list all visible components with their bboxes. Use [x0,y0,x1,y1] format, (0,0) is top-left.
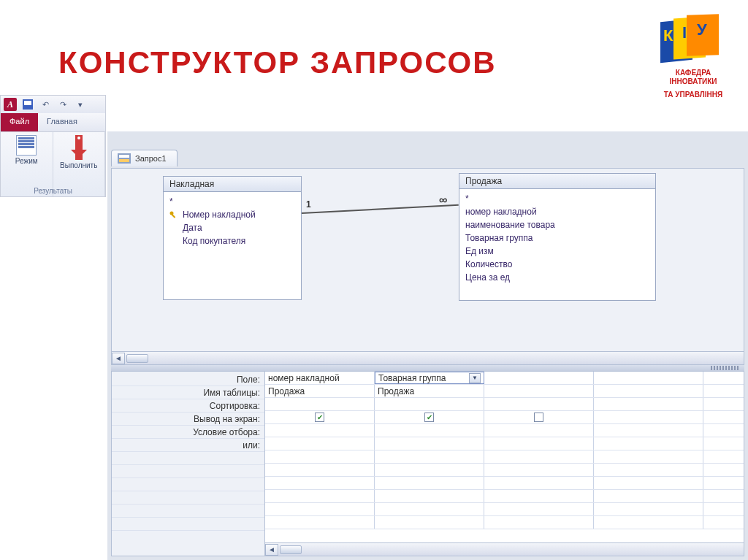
field-item[interactable]: номер накладной [465,205,649,218]
grid-cell[interactable] [265,450,375,463]
field-item[interactable]: Код покупателя [169,234,295,248]
grid-cell[interactable] [484,477,594,489]
grid-cell-or[interactable] [375,437,484,450]
grid-cell[interactable] [265,464,375,476]
ribbon: Режим Выполнить Результаты [0,131,106,197]
save-button[interactable] [21,98,34,111]
grid-cell-show[interactable] [375,411,484,423]
checkbox-checked-icon[interactable] [315,413,324,422]
grid-cell[interactable] [484,490,594,502]
field-item[interactable]: * [465,192,649,205]
grid-cell-or[interactable] [484,437,594,450]
grid-cell-sort[interactable] [375,398,484,410]
grid-cell-show[interactable] [594,411,703,423]
grid-cell-sort[interactable] [265,398,375,410]
grid-cell-show[interactable] [484,411,594,423]
field-item[interactable]: * [169,195,295,208]
grid-cell-sort[interactable] [594,398,703,410]
grid-cell-show[interactable] [265,411,375,423]
grid-cell-criteria[interactable] [594,424,703,437]
design-hscrollbar[interactable]: ◄ [112,351,744,364]
grid-cell-table[interactable]: Продажа [375,385,484,397]
grid-cell[interactable] [484,516,594,529]
grid-cell[interactable] [484,503,594,515]
grid-cell[interactable] [375,477,484,489]
field-item[interactable]: Ед изм [465,245,649,258]
scroll-left-button[interactable]: ◄ [265,544,278,556]
document-tab-label: Запрос1 [135,154,167,163]
grid-cell[interactable] [375,464,484,476]
grid-label-empty [112,491,264,505]
document-tab-query1[interactable]: Запрос1 [111,150,178,166]
access-app-icon[interactable]: A [4,98,17,111]
grid-label-field: Поле: [112,373,264,386]
grid-cell-criteria[interactable] [484,424,594,437]
grid-cell-criteria[interactable] [375,424,484,437]
grid-label-empty [112,505,264,518]
grid-cell-field[interactable]: Товарная группа▼ [375,372,484,384]
grid-cell[interactable] [375,490,484,502]
grid-label-criteria: Условие отбора: [112,426,264,439]
grid-cell-field[interactable] [594,372,703,384]
field-item[interactable]: Товарная группа [465,231,649,245]
grid-cell-sort[interactable] [484,398,594,410]
field-item[interactable]: Номер накладной [169,208,295,221]
dropdown-icon[interactable]: ▼ [469,373,481,383]
grid-cell[interactable] [375,450,484,463]
qat-customize-button[interactable]: ▾ [74,98,87,111]
grid-cell[interactable] [375,516,484,529]
field-item[interactable]: наименование товара [465,218,649,231]
grid-cell-table[interactable]: Продажа [265,385,375,397]
grid-cell-or[interactable] [265,437,375,450]
grid-cell[interactable] [594,503,703,515]
query-icon [118,153,131,164]
field-item[interactable]: Цена за ед [465,271,649,284]
slide-title: КОНСТРУКТОР ЗАПРОСОВ [58,45,497,80]
checkbox-checked-icon[interactable] [424,413,434,422]
grid-label-or: или: [112,439,264,452]
table-box-sale[interactable]: Продажа * номер накладной наименование т… [459,173,656,301]
grid-cell-table[interactable] [594,385,703,397]
tab-file[interactable]: Файл [1,113,38,131]
query-design-surface[interactable]: Накладная * Номер накладной Дата Код пок… [111,168,744,365]
scroll-thumb[interactable] [126,354,148,363]
scroll-thumb[interactable] [280,545,302,554]
quick-access-toolbar: A ↶ ↷ ▾ [0,95,106,113]
relation-many-label: ∞ [439,193,447,207]
grid-cell[interactable] [594,464,703,476]
grid-cell[interactable] [594,516,703,529]
grid-cell[interactable] [484,450,594,463]
tab-home[interactable]: Главная [38,113,86,131]
checkbox-icon[interactable] [534,413,543,422]
grid-cell[interactable] [265,490,375,502]
undo-button[interactable]: ↶ [39,98,52,111]
grid-cell[interactable] [594,477,703,489]
scroll-left-button[interactable]: ◄ [112,353,125,364]
grid-columns: номер накладной Товарная группа▼ Продажа… [265,372,744,556]
grid-hscrollbar[interactable]: ◄ [265,542,744,556]
grid-row-labels: Поле: Имя таблицы: Сортировка: Вывод на … [112,372,265,556]
grid-cell-criteria[interactable] [265,424,375,437]
grid-cell-field[interactable] [484,372,594,384]
relation-line[interactable] [302,204,459,214]
logo: КІУ КАФЕДРА ІННОВАТИКИ ТА УПРАВЛІННЯ [653,13,733,99]
grid-cell-table[interactable] [484,385,594,397]
grid-cell[interactable] [265,477,375,489]
grid-cell[interactable] [375,503,484,515]
pane-splitter[interactable] [111,365,744,371]
grid-cell[interactable] [594,490,703,502]
grid-cell[interactable] [265,516,375,529]
workspace: Запрос1 Накладная * Номер накладной Дата… [107,131,748,560]
grid-cell-or[interactable] [594,437,703,450]
grid-cell[interactable] [594,450,703,463]
save-icon [23,99,33,110]
grid-cell[interactable] [484,464,594,476]
datasheet-icon [16,135,37,156]
redo-button[interactable]: ↷ [56,98,69,111]
grid-cell-field[interactable]: номер накладной [265,372,375,384]
field-item[interactable]: Дата [169,221,295,234]
logo-image: КІУ [660,13,726,64]
grid-cell[interactable] [265,503,375,515]
table-box-invoice[interactable]: Накладная * Номер накладной Дата Код пок… [163,176,302,300]
field-item[interactable]: Количество [465,258,649,271]
